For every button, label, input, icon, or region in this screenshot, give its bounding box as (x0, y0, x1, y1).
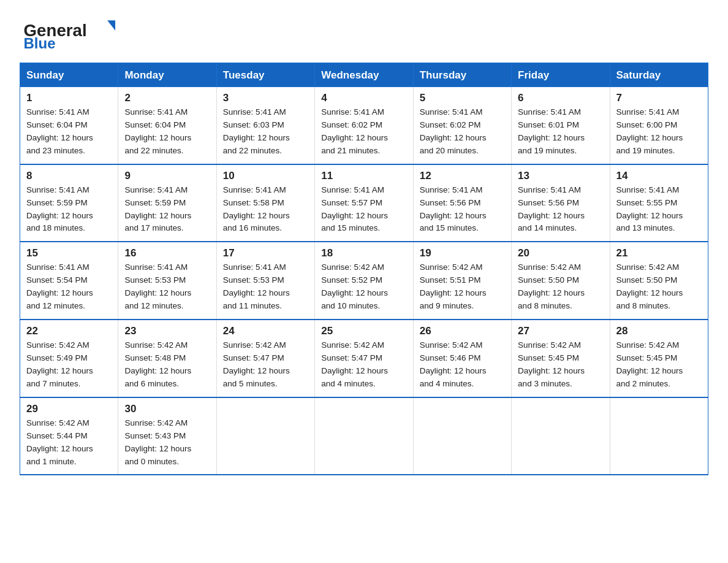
day-info: Sunrise: 5:41 AMSunset: 5:57 PMDaylight:… (321, 185, 388, 233)
calendar-cell: 18Sunrise: 5:42 AMSunset: 5:52 PMDayligh… (315, 242, 413, 320)
calendar-cell: 3Sunrise: 5:41 AMSunset: 6:03 PMDaylight… (216, 87, 314, 164)
day-number: 17 (223, 247, 308, 259)
col-header-sunday: Sunday (20, 63, 118, 87)
day-info: Sunrise: 5:42 AMSunset: 5:47 PMDaylight:… (321, 340, 388, 388)
day-info: Sunrise: 5:42 AMSunset: 5:47 PMDaylight:… (223, 340, 290, 388)
day-number: 27 (518, 325, 603, 337)
calendar-cell: 26Sunrise: 5:42 AMSunset: 5:46 PMDayligh… (413, 320, 511, 397)
calendar-cell (413, 397, 511, 475)
day-number: 5 (420, 92, 505, 104)
calendar-cell: 9Sunrise: 5:41 AMSunset: 5:59 PMDaylight… (118, 164, 216, 242)
day-info: Sunrise: 5:42 AMSunset: 5:46 PMDaylight:… (420, 340, 487, 388)
calendar-week-row: 29Sunrise: 5:42 AMSunset: 5:44 PMDayligh… (20, 397, 708, 475)
day-info: Sunrise: 5:41 AMSunset: 5:56 PMDaylight:… (420, 185, 487, 233)
day-number: 11 (321, 170, 406, 182)
calendar-cell (216, 397, 314, 475)
day-info: Sunrise: 5:42 AMSunset: 5:45 PMDaylight:… (616, 340, 683, 388)
day-info: Sunrise: 5:42 AMSunset: 5:45 PMDaylight:… (518, 340, 585, 388)
calendar-cell: 5Sunrise: 5:41 AMSunset: 6:02 PMDaylight… (413, 87, 511, 164)
day-number: 15 (26, 247, 112, 259)
calendar-week-row: 22Sunrise: 5:42 AMSunset: 5:49 PMDayligh… (20, 320, 708, 397)
calendar-week-row: 8Sunrise: 5:41 AMSunset: 5:59 PMDaylight… (20, 164, 708, 242)
day-info: Sunrise: 5:42 AMSunset: 5:52 PMDaylight:… (321, 262, 388, 310)
col-header-saturday: Saturday (610, 63, 708, 87)
day-info: Sunrise: 5:41 AMSunset: 5:59 PMDaylight:… (124, 185, 191, 233)
calendar-week-row: 15Sunrise: 5:41 AMSunset: 5:54 PMDayligh… (20, 242, 708, 320)
day-number: 6 (518, 92, 603, 104)
day-number: 23 (124, 325, 210, 337)
calendar-cell: 13Sunrise: 5:41 AMSunset: 5:56 PMDayligh… (512, 164, 610, 242)
day-info: Sunrise: 5:41 AMSunset: 5:55 PMDaylight:… (616, 185, 683, 233)
day-number: 1 (26, 92, 112, 104)
day-number: 12 (420, 170, 505, 182)
day-number: 4 (321, 92, 406, 104)
col-header-monday: Monday (118, 63, 216, 87)
calendar-cell: 4Sunrise: 5:41 AMSunset: 6:02 PMDaylight… (315, 87, 413, 164)
day-info: Sunrise: 5:42 AMSunset: 5:49 PMDaylight:… (26, 340, 93, 388)
calendar-cell: 19Sunrise: 5:42 AMSunset: 5:51 PMDayligh… (413, 242, 511, 320)
logo: General Blue (20, 15, 124, 52)
day-number: 14 (616, 170, 702, 182)
day-number: 21 (616, 247, 702, 259)
day-info: Sunrise: 5:41 AMSunset: 6:04 PMDaylight:… (124, 107, 191, 155)
calendar-cell: 15Sunrise: 5:41 AMSunset: 5:54 PMDayligh… (20, 242, 118, 320)
svg-marker-1 (107, 20, 115, 31)
calendar-cell: 29Sunrise: 5:42 AMSunset: 5:44 PMDayligh… (20, 397, 118, 475)
day-info: Sunrise: 5:42 AMSunset: 5:44 PMDaylight:… (26, 418, 93, 466)
calendar-cell: 28Sunrise: 5:42 AMSunset: 5:45 PMDayligh… (610, 320, 708, 397)
day-info: Sunrise: 5:41 AMSunset: 6:04 PMDaylight:… (26, 107, 93, 155)
calendar-cell: 11Sunrise: 5:41 AMSunset: 5:57 PMDayligh… (315, 164, 413, 242)
svg-text:Blue: Blue (24, 35, 56, 52)
day-number: 26 (420, 325, 505, 337)
calendar-cell: 25Sunrise: 5:42 AMSunset: 5:47 PMDayligh… (315, 320, 413, 397)
calendar-week-row: 1Sunrise: 5:41 AMSunset: 6:04 PMDaylight… (20, 87, 708, 164)
day-number: 25 (321, 325, 406, 337)
day-info: Sunrise: 5:41 AMSunset: 5:53 PMDaylight:… (223, 262, 290, 310)
calendar-cell: 23Sunrise: 5:42 AMSunset: 5:48 PMDayligh… (118, 320, 216, 397)
day-number: 3 (223, 92, 308, 104)
day-info: Sunrise: 5:42 AMSunset: 5:51 PMDaylight:… (420, 262, 487, 310)
day-info: Sunrise: 5:41 AMSunset: 5:58 PMDaylight:… (223, 185, 290, 233)
calendar-cell: 20Sunrise: 5:42 AMSunset: 5:50 PMDayligh… (512, 242, 610, 320)
day-number: 13 (518, 170, 603, 182)
day-number: 29 (26, 403, 112, 415)
day-info: Sunrise: 5:42 AMSunset: 5:48 PMDaylight:… (124, 340, 191, 388)
day-number: 19 (420, 247, 505, 259)
day-number: 9 (124, 170, 210, 182)
calendar-cell: 24Sunrise: 5:42 AMSunset: 5:47 PMDayligh… (216, 320, 314, 397)
day-number: 8 (26, 170, 112, 182)
calendar-cell: 17Sunrise: 5:41 AMSunset: 5:53 PMDayligh… (216, 242, 314, 320)
day-info: Sunrise: 5:41 AMSunset: 5:59 PMDaylight:… (26, 185, 93, 233)
page-header: General Blue (20, 15, 708, 52)
day-number: 10 (223, 170, 308, 182)
day-number: 30 (124, 403, 210, 415)
day-number: 20 (518, 247, 603, 259)
day-info: Sunrise: 5:41 AMSunset: 5:53 PMDaylight:… (124, 262, 191, 310)
calendar-cell: 10Sunrise: 5:41 AMSunset: 5:58 PMDayligh… (216, 164, 314, 242)
day-info: Sunrise: 5:41 AMSunset: 6:00 PMDaylight:… (616, 107, 683, 155)
day-number: 18 (321, 247, 406, 259)
calendar-cell: 16Sunrise: 5:41 AMSunset: 5:53 PMDayligh… (118, 242, 216, 320)
day-number: 28 (616, 325, 702, 337)
day-info: Sunrise: 5:41 AMSunset: 6:02 PMDaylight:… (420, 107, 487, 155)
calendar-cell: 22Sunrise: 5:42 AMSunset: 5:49 PMDayligh… (20, 320, 118, 397)
day-number: 7 (616, 92, 702, 104)
col-header-friday: Friday (512, 63, 610, 87)
day-number: 22 (26, 325, 112, 337)
calendar-cell (610, 397, 708, 475)
calendar-cell: 27Sunrise: 5:42 AMSunset: 5:45 PMDayligh… (512, 320, 610, 397)
day-info: Sunrise: 5:42 AMSunset: 5:43 PMDaylight:… (124, 418, 191, 466)
col-header-tuesday: Tuesday (216, 63, 314, 87)
calendar-table: SundayMondayTuesdayWednesdayThursdayFrid… (20, 63, 708, 475)
day-info: Sunrise: 5:41 AMSunset: 6:02 PMDaylight:… (321, 107, 388, 155)
col-header-thursday: Thursday (413, 63, 511, 87)
calendar-cell: 12Sunrise: 5:41 AMSunset: 5:56 PMDayligh… (413, 164, 511, 242)
calendar-cell: 1Sunrise: 5:41 AMSunset: 6:04 PMDaylight… (20, 87, 118, 164)
calendar-cell (512, 397, 610, 475)
calendar-header-row: SundayMondayTuesdayWednesdayThursdayFrid… (20, 63, 708, 87)
calendar-cell: 14Sunrise: 5:41 AMSunset: 5:55 PMDayligh… (610, 164, 708, 242)
calendar-cell (315, 397, 413, 475)
day-info: Sunrise: 5:41 AMSunset: 6:01 PMDaylight:… (518, 107, 585, 155)
day-number: 24 (223, 325, 308, 337)
calendar-cell: 7Sunrise: 5:41 AMSunset: 6:00 PMDaylight… (610, 87, 708, 164)
